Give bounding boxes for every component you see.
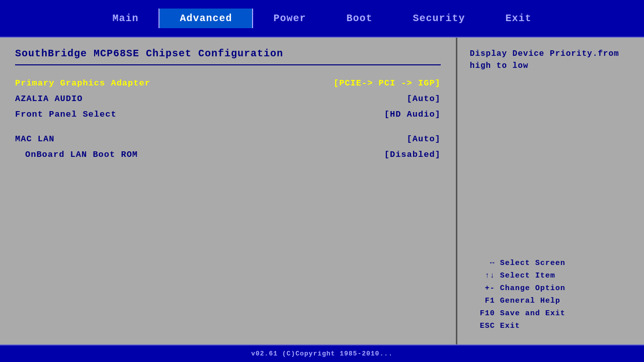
key-symbol-f1: F1 [470, 297, 495, 305]
key-symbol-arrows-ud: ↑↓ [470, 272, 495, 280]
bottom-bar: v02.61 (C)Copyright 1985-2010... [0, 344, 644, 362]
setting-label-primary-graphics: Primary Graphics Adapter [15, 78, 150, 88]
key-symbol-f10: F10 [470, 309, 495, 318]
help-key-select-item: ↑↓ Select Item [470, 272, 631, 280]
help-keys: ↔ Select Screen ↑↓ Select Item +- Change… [470, 259, 631, 334]
settings-table: Primary Graphics Adapter [PCIE-> PCI -> … [15, 75, 441, 162]
divider [15, 64, 441, 65]
key-action-select-item: Select Item [500, 272, 555, 280]
help-key-save-exit: F10 Save and Exit [470, 309, 631, 318]
menu-bar: Main Advanced Power Boot Security Exit [0, 0, 644, 38]
section-gap [15, 122, 441, 131]
setting-label-front-panel: Front Panel Select [15, 110, 117, 119]
key-symbol-arrows-lr: ↔ [470, 259, 495, 267]
content-panel: SouthBridge MCP68SE Chipset Configuratio… [0, 38, 457, 344]
setting-row-primary-graphics[interactable]: Primary Graphics Adapter [PCIE-> PCI -> … [15, 75, 441, 91]
tab-advanced[interactable]: Advanced [158, 9, 253, 28]
tab-security[interactable]: Security [393, 9, 486, 28]
setting-label-onboard-lan: OnBoard LAN Boot ROM [15, 150, 138, 159]
tab-boot[interactable]: Boot [327, 9, 393, 28]
setting-value-mac-lan: [Auto] [407, 134, 441, 144]
help-key-exit: ESC Exit [470, 322, 631, 330]
key-symbol-plus-minus: +- [470, 284, 495, 293]
key-symbol-esc: ESC [470, 322, 495, 330]
key-action-select-screen: Select Screen [500, 259, 566, 267]
bottom-text: v02.61 (C)Copyright 1985-2010... [251, 350, 393, 357]
setting-value-front-panel: [HD Audio] [384, 110, 441, 119]
key-action-exit: Exit [500, 322, 520, 330]
key-action-save-exit: Save and Exit [500, 309, 566, 318]
setting-value-primary-graphics: [PCIE-> PCI -> IGP] [334, 78, 441, 88]
tab-main[interactable]: Main [92, 9, 158, 28]
help-panel: Display Device Priority.from high to low… [457, 38, 644, 344]
setting-row-mac-lan[interactable]: MAC LAN [Auto] [15, 131, 441, 147]
menu-tabs: Main Advanced Power Boot Security Exit [92, 9, 551, 28]
tab-exit[interactable]: Exit [486, 9, 552, 28]
help-description: Display Device Priority.from high to low [470, 48, 631, 249]
main-area: SouthBridge MCP68SE Chipset Configuratio… [0, 38, 644, 344]
panel-title: SouthBridge MCP68SE Chipset Configuratio… [15, 48, 441, 59]
key-action-change-option: Change Option [500, 284, 566, 293]
help-key-general-help: F1 General Help [470, 297, 631, 305]
setting-value-onboard-lan: [Disabled] [384, 150, 441, 159]
help-key-change-option: +- Change Option [470, 284, 631, 293]
setting-row-front-panel[interactable]: Front Panel Select [HD Audio] [15, 107, 441, 122]
setting-label-mac-lan: MAC LAN [15, 134, 54, 144]
setting-row-azalia[interactable]: AZALIA AUDIO [Auto] [15, 91, 441, 107]
help-key-select-screen: ↔ Select Screen [470, 259, 631, 267]
setting-row-onboard-lan[interactable]: OnBoard LAN Boot ROM [Disabled] [15, 147, 441, 162]
setting-value-azalia: [Auto] [407, 94, 441, 104]
key-action-general-help: General Help [500, 297, 560, 305]
tab-power[interactable]: Power [253, 9, 326, 28]
setting-label-azalia: AZALIA AUDIO [15, 94, 83, 104]
